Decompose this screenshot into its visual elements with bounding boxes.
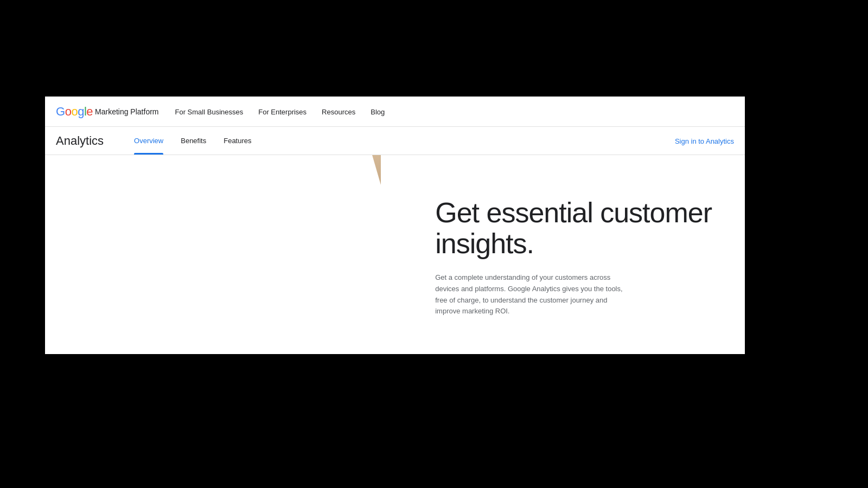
logo-area: Google Marketing Platform [56,105,159,119]
nav-enterprises[interactable]: For Enterprises [258,107,307,117]
nav-blog-link[interactable]: Blog [371,108,385,116]
sub-nav: Analytics Overview Benefits Features Sig… [45,127,745,155]
hero-description: Get a complete understanding of your cus… [435,272,630,317]
page-wrapper: Google Marketing Platform For Small Busi… [0,0,868,488]
hero-section: Get essential customer insights. Get a c… [45,155,745,354]
hero-content: Get essential customer insights. Get a c… [381,155,745,354]
logo-o-yellow: o [71,105,78,119]
sub-nav-benefits-link[interactable]: Benefits [172,127,215,155]
sign-in-link[interactable]: Sign in to Analytics [675,137,734,145]
sub-nav-features[interactable]: Features [215,127,260,155]
sub-nav-links: Overview Benefits Features [125,127,260,155]
top-nav: Google Marketing Platform For Small Busi… [45,97,745,127]
sub-nav-overview-link[interactable]: Overview [125,127,172,155]
logo-o-red: o [65,105,72,119]
google-logo: Google [56,105,93,119]
top-nav-links: For Small Businesses For Enterprises Res… [175,107,385,117]
logo-g-blue2: g [78,105,84,119]
nav-blog[interactable]: Blog [371,107,385,117]
nav-resources-link[interactable]: Resources [322,108,355,116]
nav-enterprises-link[interactable]: For Enterprises [258,108,307,116]
platform-name: Marketing Platform [95,107,158,116]
logo-e-red: e [86,105,93,119]
nav-resources[interactable]: Resources [322,107,355,117]
sub-nav-benefits[interactable]: Benefits [172,127,215,155]
nav-small-business-link[interactable]: For Small Businesses [175,108,244,116]
hero-white-overlay [45,155,430,354]
browser-window: Google Marketing Platform For Small Busi… [45,97,745,354]
product-name: Analytics [56,134,104,148]
sub-nav-features-link[interactable]: Features [215,127,260,155]
sub-nav-overview[interactable]: Overview [125,127,172,155]
logo-g-blue: G [56,105,65,119]
nav-small-business[interactable]: For Small Businesses [175,107,244,117]
hero-title: Get essential customer insights. [435,197,723,259]
